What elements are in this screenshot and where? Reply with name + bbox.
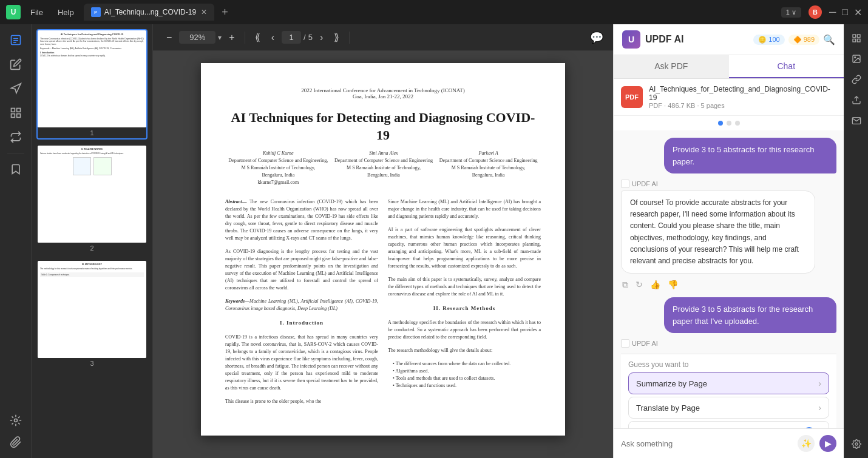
search-toggle-button[interactable]: 🔍 <box>823 34 835 45</box>
section-2-bullets: • The different sources from where the d… <box>388 360 541 389</box>
ai-label-2: UPDF AI <box>621 339 836 348</box>
close-button[interactable]: ✕ <box>854 7 862 18</box>
sidebar-icon-bookmark[interactable] <box>5 158 27 180</box>
chat-input-area: ✨ ▶ <box>614 428 844 458</box>
refresh-button-1[interactable]: ↻ <box>634 278 644 291</box>
send-button[interactable]: ▶ <box>819 435 836 452</box>
rsidebar-export-icon[interactable] <box>847 91 866 109</box>
rsidebar-mail-icon[interactable] <box>847 112 866 130</box>
next-page-button[interactable]: › <box>316 30 327 45</box>
copy-button-1[interactable]: ⧉ <box>621 278 629 291</box>
maximize-button[interactable]: □ <box>842 7 848 18</box>
add-tab-button[interactable]: + <box>222 6 228 19</box>
svg-rect-5 <box>16 109 20 112</box>
zoom-control: ▾ <box>179 31 222 44</box>
user-message-1-container: Provide 3 to 5 abstracts for this resear… <box>621 138 836 173</box>
section-2-header: II. Research Methods <box>388 304 541 312</box>
zoom-in-button[interactable]: + <box>225 30 238 45</box>
section-1-header: I. Introduction <box>225 318 378 327</box>
pagination-dot-3[interactable] <box>735 121 740 126</box>
zoom-out-button[interactable]: − <box>163 30 175 45</box>
thumbnail-2[interactable]: II. RELATED WORKS Various studies have b… <box>36 144 147 255</box>
sidebar-bottom <box>5 409 27 453</box>
pagination-dot-1[interactable] <box>718 121 723 126</box>
updf-ai-logo: U <box>622 30 640 49</box>
input-actions: ✨ ▶ <box>798 435 836 452</box>
version-indicator: 1 ∨ <box>781 7 801 18</box>
suggestion-translate-by-page[interactable]: Translate by Page › <box>628 397 829 419</box>
sidebar-icon-ai[interactable] <box>5 409 27 431</box>
ai-label-1: UPDF AI <box>621 180 836 188</box>
suggestion-text-1: Summarize by Page <box>636 379 707 388</box>
main-content: AI Techniques for Detecting and Diagnosi… <box>0 24 868 458</box>
tab-close-button[interactable]: ✕ <box>201 8 207 16</box>
token-gold-badge: 🔶 989 <box>788 35 819 45</box>
ask-input[interactable] <box>621 439 793 448</box>
ai-tabs: Ask PDF Chat <box>614 55 844 79</box>
minimize-button[interactable]: ─ <box>829 7 836 18</box>
thumbnail-3[interactable]: III. METHODOLOGY The methodology for thi… <box>36 260 147 370</box>
sidebar-icon-convert[interactable] <box>5 126 27 148</box>
app-logo: U <box>6 5 21 19</box>
rsidebar-image-icon[interactable] <box>847 50 866 68</box>
sidebar-divider <box>7 153 24 153</box>
right-col-text-3: The main aim of this paper is to systema… <box>388 276 541 298</box>
user-message-2: Provide 3 to 5 abstracts for the researc… <box>664 297 836 333</box>
ai-message-1-actions: ⧉ ↻ 👍 👎 <box>621 278 836 291</box>
suggestion-area: Guess you want to Summarize by Page › Tr… <box>621 354 836 428</box>
token-gold: 989 <box>804 36 815 43</box>
svg-point-8 <box>14 419 17 422</box>
last-page-button[interactable]: ⟫ <box>330 29 343 45</box>
sidebar-icon-home[interactable] <box>5 29 27 51</box>
titlebar: U File Help P AI_Techniqu...ng_COVID-19 … <box>0 0 868 24</box>
help-menu[interactable]: Help <box>53 5 79 19</box>
sidebar-icon-edit[interactable] <box>5 53 27 75</box>
ai-panel: U UPDF AI 🪙 100 🔶 989 🔍 Ask PDF Chat PDF <box>613 24 844 458</box>
svg-rect-10 <box>857 35 860 38</box>
sidebar-icon-organize[interactable] <box>5 102 27 124</box>
rsidebar-link-icon[interactable] <box>847 70 866 89</box>
pagination-dot-2[interactable] <box>727 121 731 126</box>
first-page-button[interactable]: ⟪ <box>251 29 264 45</box>
author-1: Kshitij C Kurne Department of Computer S… <box>228 150 328 186</box>
sidebar-icon-annotate[interactable] <box>5 78 27 99</box>
suggestion-summarize-by-page[interactable]: Summarize by Page › <box>628 372 829 394</box>
thumbsdown-button-1[interactable]: 👎 <box>666 278 679 291</box>
user-message-1: Provide 3 to 5 abstracts for this resear… <box>664 138 836 173</box>
tab-chat[interactable]: Chat <box>729 55 844 78</box>
ai-panel-header: U UPDF AI 🪙 100 🔶 989 🔍 <box>614 24 844 55</box>
svg-rect-6 <box>11 114 15 118</box>
right-col-text-2: AI is a part of software engineering tha… <box>388 226 541 270</box>
rsidebar-settings-icon[interactable] <box>847 435 866 453</box>
thumbnail-1[interactable]: AI Techniques for Detecting and Diagnosi… <box>36 29 147 140</box>
toolbar-separator-1 <box>245 32 245 44</box>
comment-button[interactable]: 💬 <box>590 31 603 44</box>
author-2: Sini Anna Alex Department of Computer Sc… <box>334 150 433 186</box>
thumbsup-button-1[interactable]: 👍 <box>649 278 662 291</box>
sidebar-icon-attach[interactable] <box>5 431 27 453</box>
svg-rect-4 <box>11 109 15 112</box>
suggestion-arrow-2: › <box>818 403 821 413</box>
suggestion-summarize-page[interactable]: Summarize Page 1 › <box>628 421 829 428</box>
current-tab: P AI_Techniqu...ng_COVID-19 ✕ <box>84 4 214 21</box>
prev-page-button[interactable]: ‹ <box>268 30 278 45</box>
intro-text-2: This disease is prone to the older peopl… <box>225 398 378 405</box>
magic-input-button[interactable]: ✨ <box>798 435 815 452</box>
file-details: AI_Techniques_for_Detecting_and_Diagnosi… <box>649 85 836 109</box>
ai-select-checkbox-1[interactable] <box>621 180 629 188</box>
thumbnail-image-3: III. METHODOLOGY The methodology for thi… <box>38 261 146 358</box>
zoom-input[interactable] <box>179 31 215 44</box>
user-avatar[interactable]: B <box>809 5 822 19</box>
file-menu[interactable]: File <box>25 5 48 19</box>
zoom-dropdown-icon[interactable]: ▾ <box>218 33 222 42</box>
chat-messages[interactable]: Provide 3 to 5 abstracts for this resear… <box>614 130 844 428</box>
thumbnail-image-1: AI Techniques for Detecting and Diagnosi… <box>38 30 146 127</box>
rsidebar-menu-icon[interactable] <box>847 29 866 47</box>
pdf-viewer[interactable]: 2022 International Conference for Advanc… <box>153 51 613 458</box>
svg-rect-11 <box>853 39 856 42</box>
ai-select-checkbox-2[interactable] <box>621 339 629 348</box>
current-page-input[interactable] <box>282 31 301 44</box>
svg-rect-12 <box>857 39 860 42</box>
tab-ask-pdf[interactable]: Ask PDF <box>614 55 729 78</box>
file-info: PDF AI_Techniques_for_Detecting_and_Diag… <box>614 79 844 116</box>
